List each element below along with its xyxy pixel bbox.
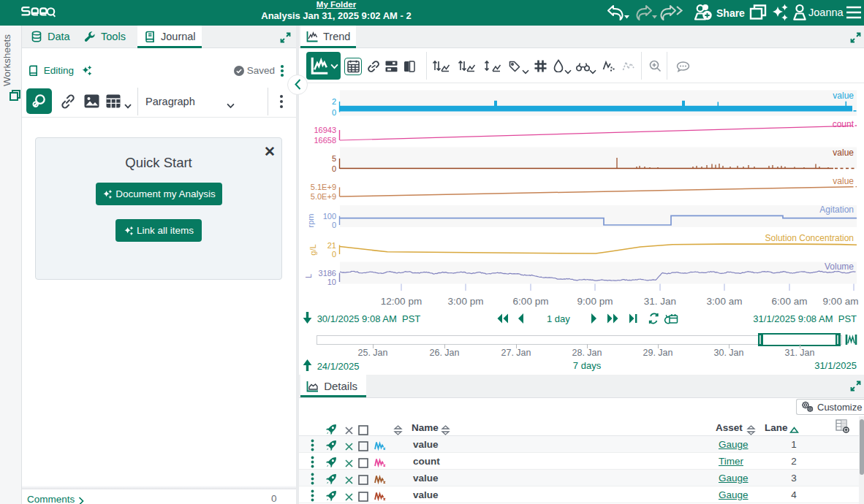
svg-text:value: value (833, 176, 854, 186)
svg-text:value: value (833, 91, 854, 101)
svg-text:3186: 3186 (319, 269, 336, 278)
svg-text:10: 10 (327, 278, 336, 286)
svg-text:6:00 pm: 6:00 pm (513, 296, 549, 307)
svg-text:16943: 16943 (314, 126, 336, 134)
svg-text:Agitation: Agitation (819, 205, 854, 215)
svg-text:5.1E+9: 5.1E+9 (311, 183, 336, 191)
svg-text:21: 21 (327, 241, 336, 250)
svg-text:0: 0 (332, 108, 336, 117)
svg-text:16658: 16658 (314, 136, 336, 145)
svg-text:2: 2 (332, 97, 336, 106)
svg-text:Solution Concentration: Solution Concentration (765, 233, 854, 243)
svg-text:5.0E+9: 5.0E+9 (311, 192, 336, 201)
svg-text:value: value (833, 148, 854, 158)
svg-text:9:00 am: 9:00 am (823, 296, 859, 307)
svg-text:12:00 pm: 12:00 pm (381, 296, 422, 307)
svg-text:g/L: g/L (308, 244, 317, 255)
svg-text:0: 0 (332, 221, 336, 229)
svg-text:Volume: Volume (825, 261, 854, 272)
svg-text:rpm: rpm (306, 214, 315, 228)
svg-text:100: 100 (323, 212, 336, 221)
svg-text:3:00 am: 3:00 am (707, 296, 743, 307)
svg-text:L: L (304, 274, 313, 278)
svg-text:count: count (833, 119, 854, 129)
svg-text:3:00 pm: 3:00 pm (448, 296, 484, 307)
svg-text:Joanna: Joanna (808, 7, 844, 18)
svg-text:31. Jan: 31. Jan (644, 296, 676, 307)
svg-text:0: 0 (332, 164, 336, 173)
svg-text:5: 5 (332, 154, 336, 163)
svg-text:0: 0 (332, 250, 336, 259)
svg-text:Share: Share (716, 7, 745, 19)
svg-text:9:00 pm: 9:00 pm (577, 296, 613, 307)
svg-text:6:00 am: 6:00 am (772, 296, 808, 307)
